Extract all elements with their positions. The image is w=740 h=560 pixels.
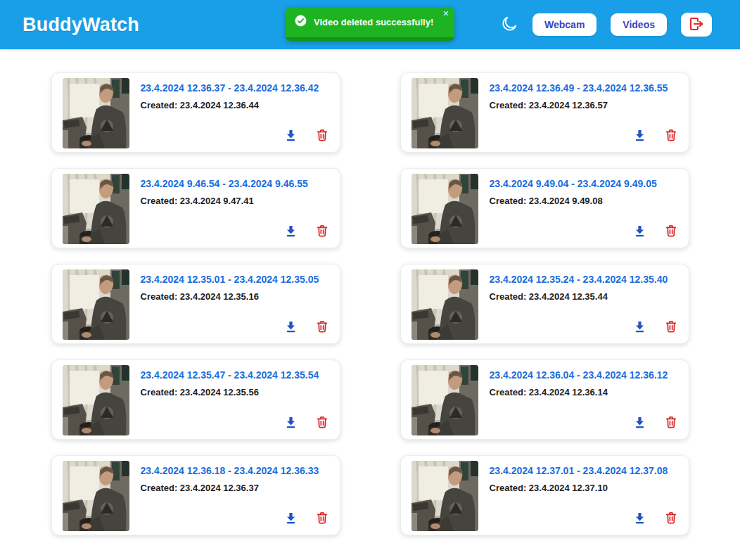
download-icon — [283, 319, 298, 334]
download-icon — [632, 223, 647, 238]
delete-button[interactable] — [664, 127, 678, 143]
delete-button[interactable] — [315, 414, 329, 430]
video-thumbnail[interactable] — [412, 174, 478, 244]
delete-button[interactable] — [664, 319, 678, 334]
toast-notification: × Video deleted successfully! — [286, 7, 454, 41]
trash-icon — [664, 223, 678, 238]
logout-icon — [688, 15, 705, 34]
download-button[interactable] — [632, 414, 647, 430]
video-time-range: 23.4.2024 12.35.24 - 23.4.2024 12.35.40 — [490, 274, 678, 285]
video-created-date: Created: 23.4.2024 12.35.56 — [141, 387, 329, 397]
trash-icon — [664, 414, 678, 430]
header-actions: Webcam Videos — [500, 0, 712, 49]
video-thumbnail[interactable] — [63, 365, 129, 435]
video-thumbnail[interactable] — [63, 461, 129, 531]
video-card-content: 23.4.2024 12.35.24 - 23.4.2024 12.35.40 … — [490, 269, 678, 338]
delete-button[interactable] — [315, 510, 329, 526]
video-card-content: 23.4.2024 9.49.04 - 23.4.2024 9.49.05 Cr… — [490, 174, 678, 243]
video-card-actions — [141, 414, 329, 430]
video-time-range: 23.4.2024 12.36.04 - 23.4.2024 12.36.12 — [490, 369, 678, 381]
trash-icon — [315, 223, 329, 238]
video-thumbnail[interactable] — [63, 174, 129, 244]
video-thumbnail[interactable] — [412, 365, 478, 435]
download-icon — [632, 319, 647, 334]
delete-button[interactable] — [664, 414, 678, 430]
video-time-range: 23.4.2024 12.36.37 - 23.4.2024 12.36.42 — [141, 82, 329, 94]
download-button[interactable] — [283, 414, 298, 430]
video-created-date: Created: 23.4.2024 12.35.16 — [141, 291, 329, 302]
video-card: 23.4.2024 9.46.54 - 23.4.2024 9.46.55 Cr… — [51, 168, 340, 248]
video-created-date: Created: 23.4.2024 9.47.41 — [141, 196, 329, 206]
delete-button[interactable] — [315, 319, 329, 334]
check-circle-icon — [294, 14, 307, 30]
video-time-range: 23.4.2024 9.49.04 - 23.4.2024 9.49.05 — [490, 178, 678, 189]
download-icon — [632, 510, 647, 526]
delete-button[interactable] — [664, 510, 678, 526]
video-card: 23.4.2024 12.36.37 - 23.4.2024 12.36.42 … — [51, 72, 340, 153]
download-button[interactable] — [283, 127, 298, 143]
video-thumbnail[interactable] — [412, 78, 478, 148]
video-card-content: 23.4.2024 12.35.01 - 23.4.2024 12.35.05 … — [141, 269, 329, 338]
video-card-content: 23.4.2024 12.36.04 - 23.4.2024 12.36.12 … — [490, 365, 678, 434]
webcam-button[interactable]: Webcam — [532, 13, 597, 36]
download-button[interactable] — [283, 223, 298, 238]
video-card-actions — [490, 127, 678, 143]
toast-close-button[interactable]: × — [443, 8, 449, 18]
video-card: 23.4.2024 12.37.01 - 23.4.2024 12.37.08 … — [400, 455, 689, 535]
video-card-content: 23.4.2024 12.35.47 - 23.4.2024 12.35.54 … — [141, 365, 329, 434]
video-thumbnail[interactable] — [412, 461, 478, 531]
video-card-actions — [141, 319, 329, 334]
trash-icon — [664, 319, 678, 334]
video-card: 23.4.2024 12.35.24 - 23.4.2024 12.35.40 … — [400, 264, 689, 344]
toast-progress-bar — [286, 37, 454, 41]
video-card-content: 23.4.2024 12.36.49 - 23.4.2024 12.36.55 … — [490, 78, 678, 147]
download-button[interactable] — [283, 510, 298, 526]
video-thumbnail[interactable] — [63, 269, 129, 340]
trash-icon — [315, 414, 329, 430]
video-card: 23.4.2024 12.36.18 - 23.4.2024 12.36.33 … — [51, 455, 340, 535]
delete-button[interactable] — [315, 127, 329, 143]
video-card: 23.4.2024 9.49.04 - 23.4.2024 9.49.05 Cr… — [400, 168, 689, 248]
video-card-content: 23.4.2024 12.37.01 - 23.4.2024 12.37.08 … — [490, 461, 678, 530]
moon-icon — [500, 15, 518, 35]
download-icon — [283, 223, 298, 238]
trash-icon — [315, 510, 329, 526]
download-button[interactable] — [632, 319, 647, 334]
app-header: BuddyWatch × Video deleted successfully!… — [0, 0, 740, 49]
download-button[interactable] — [632, 223, 647, 238]
delete-button[interactable] — [664, 223, 678, 238]
download-button[interactable] — [632, 127, 647, 143]
download-icon — [632, 414, 647, 430]
video-time-range: 23.4.2024 12.37.01 - 23.4.2024 12.37.08 — [490, 465, 678, 476]
video-time-range: 23.4.2024 9.46.54 - 23.4.2024 9.46.55 — [141, 178, 329, 189]
app-logo: BuddyWatch — [23, 14, 139, 36]
download-button[interactable] — [632, 510, 647, 526]
video-card-actions — [141, 223, 329, 238]
video-card-actions — [490, 319, 678, 334]
trash-icon — [315, 127, 329, 143]
video-created-date: Created: 23.4.2024 12.36.37 — [141, 483, 329, 493]
video-thumbnail[interactable] — [412, 269, 478, 340]
video-card-content: 23.4.2024 9.46.54 - 23.4.2024 9.46.55 Cr… — [141, 174, 329, 243]
video-card-actions — [490, 510, 678, 526]
trash-icon — [664, 510, 678, 526]
trash-icon — [664, 127, 678, 143]
video-card: 23.4.2024 12.36.49 - 23.4.2024 12.36.55 … — [400, 72, 689, 153]
video-created-date: Created: 23.4.2024 12.37.10 — [490, 483, 678, 493]
video-card-content: 23.4.2024 12.36.37 - 23.4.2024 12.36.42 … — [141, 78, 329, 147]
download-icon — [283, 510, 298, 526]
theme-toggle-button[interactable] — [500, 15, 518, 35]
video-time-range: 23.4.2024 12.35.01 - 23.4.2024 12.35.05 — [141, 274, 329, 285]
video-card-actions — [141, 510, 329, 526]
download-icon — [632, 127, 647, 143]
video-created-date: Created: 23.4.2024 12.36.44 — [141, 100, 329, 110]
video-created-date: Created: 23.4.2024 12.35.44 — [490, 291, 678, 302]
video-card-actions — [490, 223, 678, 238]
video-thumbnail[interactable] — [63, 78, 129, 148]
download-button[interactable] — [283, 319, 298, 334]
toast-message: Video deleted successfully! — [314, 17, 433, 27]
video-grid: 23.4.2024 12.36.37 - 23.4.2024 12.36.42 … — [0, 49, 740, 556]
videos-button[interactable]: Videos — [611, 13, 667, 36]
delete-button[interactable] — [315, 223, 329, 238]
logout-button[interactable] — [681, 13, 712, 37]
